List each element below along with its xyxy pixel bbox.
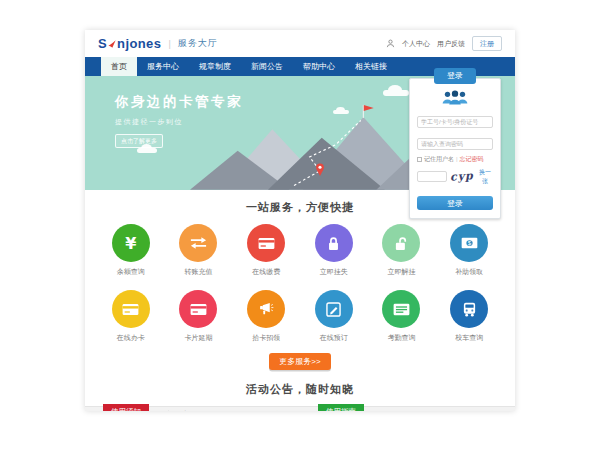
service-label: 校车查询 xyxy=(435,333,503,343)
unlock-icon-circle[interactable] xyxy=(382,224,420,262)
nav-item-service-center[interactable]: 服务中心 xyxy=(137,57,189,76)
nav-item-news[interactable]: 新闻公告 xyxy=(241,57,293,76)
service-label: 补助领取 xyxy=(435,267,503,277)
users-icon xyxy=(440,89,470,105)
more-services-button[interactable]: 更多服务>> xyxy=(269,353,330,370)
captcha-row: cyp 换一张 xyxy=(417,168,493,186)
account-input[interactable] xyxy=(417,116,493,128)
login-tab[interactable]: 登录 xyxy=(434,68,476,84)
service-label: 在线缴费 xyxy=(232,267,300,277)
card-icon-circle[interactable] xyxy=(179,290,217,328)
logo-arrow-icon xyxy=(108,39,116,49)
nav-item-rules[interactable]: 规章制度 xyxy=(189,57,241,76)
remember-divider: | xyxy=(456,156,458,162)
service-item-card-extension[interactable]: 卡片延期 xyxy=(165,290,233,343)
more-link[interactable]: 更多>> xyxy=(482,410,503,411)
service-item-online-booking[interactable]: 在线预订 xyxy=(300,290,368,343)
header: S njones | 服务大厅 个人中心 用户反馈 注册 xyxy=(85,30,515,57)
header-right: 个人中心 用户反馈 注册 xyxy=(386,36,502,51)
usage-notice-ribbon[interactable]: 使用须知 xyxy=(103,404,149,411)
bus-icon-circle[interactable] xyxy=(450,290,488,328)
captcha-refresh-link[interactable]: 换一张 xyxy=(477,168,493,186)
announcement-panel-notice: 使用须知 最新公告 更多>> xyxy=(85,407,300,411)
nav-item-home[interactable]: 首页 xyxy=(101,57,137,76)
service-item-found-card[interactable]: 拾卡招领 xyxy=(232,290,300,343)
personal-center-link[interactable]: 个人中心 xyxy=(402,39,430,49)
login-panel: 登录 记住用户名 | 忘记密码 cyp 换一张 xyxy=(409,64,501,219)
announcements-bar: 使用须知 最新公告 更多>> 使用指南 更多>> xyxy=(85,406,515,411)
remember-row: 记住用户名 | 忘记密码 xyxy=(417,155,493,164)
yuan-icon-circle[interactable]: ¥ xyxy=(112,224,150,262)
service-label: 在线预订 xyxy=(300,333,368,343)
bus-icon xyxy=(462,302,477,317)
logo-divider: | xyxy=(168,39,170,49)
banknote-icon-circle[interactable]: $ xyxy=(450,224,488,262)
card-icon xyxy=(258,237,275,250)
latest-announcements-tab[interactable]: 最新公告 xyxy=(159,410,189,412)
megaphone-icon xyxy=(258,302,274,316)
transfer-icon-circle[interactable] xyxy=(179,224,217,262)
logo[interactable]: S njones xyxy=(98,36,161,51)
service-label: 考勤查询 xyxy=(368,333,436,343)
captcha-image[interactable]: cyp xyxy=(450,169,475,184)
more-services-wrap: 更多服务>> xyxy=(85,350,515,370)
service-item-transfer[interactable]: 转账充值 xyxy=(165,224,233,277)
attendance-icon xyxy=(393,303,410,316)
more-link[interactable]: 更多>> xyxy=(267,410,288,411)
service-label: 卡片延期 xyxy=(165,333,233,343)
service-label: 立即解挂 xyxy=(368,267,436,277)
announcements-section: 活动公告，随时知晓 使用须知 最新公告 更多>> 使用指南 更多>> xyxy=(85,382,515,411)
yuan-icon: ¥ xyxy=(125,234,136,253)
remember-label: 记住用户名 xyxy=(424,155,454,164)
service-item-online-payment[interactable]: 在线缴费 xyxy=(232,224,300,277)
login-submit-button[interactable]: 登录 xyxy=(417,196,493,210)
user-guide-ribbon[interactable]: 使用指南 xyxy=(318,404,364,411)
edit-icon-circle[interactable] xyxy=(315,290,353,328)
hero-cta-button[interactable]: 点击了解更多 xyxy=(115,134,163,148)
transfer-icon xyxy=(189,236,208,250)
nav-item-links[interactable]: 相关链接 xyxy=(345,57,397,76)
service-label: 在线办卡 xyxy=(97,333,165,343)
service-item-attendance[interactable]: 考勤查询 xyxy=(368,290,436,343)
forgot-password-link[interactable]: 忘记密码 xyxy=(460,155,484,164)
lock-icon xyxy=(327,236,340,251)
service-label: 转账充值 xyxy=(165,267,233,277)
site-container: S njones | 服务大厅 个人中心 用户反馈 注册 首页 服务中心 规章制… xyxy=(85,30,515,411)
service-item-report-loss[interactable]: 立即挂失 xyxy=(300,224,368,277)
site-name: 服务大厅 xyxy=(178,37,218,50)
service-item-subsidy[interactable]: $ 补助领取 xyxy=(435,224,503,277)
logo-text-suffix: njones xyxy=(117,36,161,51)
cloud-decoration xyxy=(137,148,157,153)
service-item-balance[interactable]: ¥ 余额查询 xyxy=(97,224,165,277)
attendance-icon-circle[interactable] xyxy=(382,290,420,328)
remember-checkbox[interactable] xyxy=(417,157,422,162)
services-grid: ¥ 余额查询 转账充值 xyxy=(85,224,515,343)
service-label: 立即挂失 xyxy=(300,267,368,277)
unlock-icon xyxy=(394,236,409,251)
service-item-school-bus[interactable]: 校车查询 xyxy=(435,290,503,343)
card-icon-circle[interactable] xyxy=(247,224,285,262)
service-item-cancel-loss[interactable]: 立即解挂 xyxy=(368,224,436,277)
user-icon xyxy=(386,39,395,48)
edit-icon xyxy=(326,302,341,317)
announcements-title: 活动公告，随时知晓 xyxy=(85,382,515,397)
user-feedback-link[interactable]: 用户反馈 xyxy=(437,39,465,49)
service-label: 余额查询 xyxy=(97,267,165,277)
logo-text-prefix: S xyxy=(98,36,107,51)
card-icon-circle[interactable] xyxy=(112,290,150,328)
service-item-apply-card[interactable]: 在线办卡 xyxy=(97,290,165,343)
page-canvas: S njones | 服务大厅 个人中心 用户反馈 注册 首页 服务中心 规章制… xyxy=(0,0,600,450)
card-icon xyxy=(122,303,139,316)
login-form: 记住用户名 | 忘记密码 cyp 换一张 登录 xyxy=(409,78,501,220)
card-icon xyxy=(190,303,207,316)
register-button[interactable]: 注册 xyxy=(472,36,502,51)
password-input[interactable] xyxy=(417,138,493,150)
service-label: 拾卡招领 xyxy=(232,333,300,343)
lock-icon-circle[interactable] xyxy=(315,224,353,262)
captcha-input[interactable] xyxy=(417,171,447,182)
megaphone-icon-circle[interactable] xyxy=(247,290,285,328)
nav-item-help[interactable]: 帮助中心 xyxy=(293,57,345,76)
banknote-icon: $ xyxy=(461,237,478,249)
announcement-panel-guide: 使用指南 更多>> xyxy=(300,407,515,411)
